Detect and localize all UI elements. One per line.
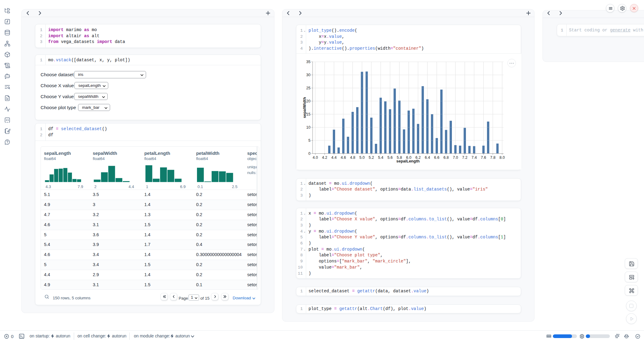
svg-text:15: 15 [306,112,310,116]
svg-text:6.6: 6.6 [434,155,439,160]
svg-text:4.0: 4.0 [313,155,318,160]
svg-text:7.2: 7.2 [462,155,467,160]
svg-text:5.4: 5.4 [378,155,383,160]
svg-text:sepalLength: sepalLength [396,159,420,163]
svg-text:6.8: 6.8 [443,155,449,160]
svg-text:4.4: 4.4 [331,155,336,160]
svg-text:4.2: 4.2 [322,155,327,160]
svg-text:4.6: 4.6 [341,155,346,160]
svg-text:20: 20 [306,99,310,103]
svg-text:7.8: 7.8 [490,155,495,160]
svg-text:25: 25 [306,86,310,90]
svg-text:7.4: 7.4 [471,155,477,160]
svg-text:30: 30 [306,73,310,77]
svg-text:5.2: 5.2 [369,155,374,160]
svg-text:0: 0 [308,151,310,156]
svg-text:5.0: 5.0 [359,155,364,160]
svg-text:7.0: 7.0 [453,155,458,160]
svg-text:7.6: 7.6 [481,155,486,160]
svg-text:35: 35 [306,60,310,64]
svg-text:10: 10 [306,125,310,130]
svg-text:6.4: 6.4 [425,155,430,160]
svg-text:sepalWidth: sepalWidth [302,97,307,118]
svg-text:5: 5 [308,138,310,143]
svg-text:5.6: 5.6 [387,155,392,160]
svg-text:4.8: 4.8 [350,155,355,160]
svg-text:8.0: 8.0 [499,155,505,160]
